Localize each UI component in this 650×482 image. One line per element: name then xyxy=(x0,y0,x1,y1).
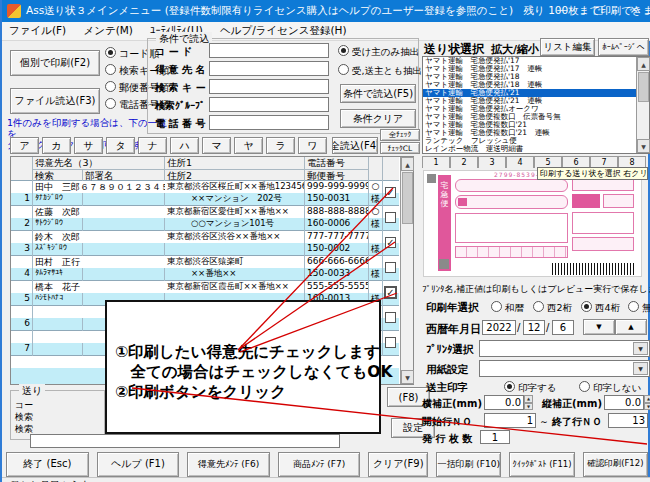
kana-button-a[interactable]: ア xyxy=(10,137,39,154)
start-row-input[interactable]: 1 xyxy=(484,413,536,428)
close-button[interactable]: × xyxy=(616,0,650,22)
product-maintenance-button[interactable]: 商品ﾒﾝﾃ (F7) xyxy=(278,452,361,477)
list-item[interactable]: ヤマト運輸 宅急便発払オークワ xyxy=(423,105,649,113)
menu-file[interactable]: ファイル(F) xyxy=(2,22,73,38)
v-offset-spinner[interactable]: ▲▼ xyxy=(644,395,650,410)
date-up-button[interactable]: ▲ xyxy=(615,319,647,335)
row-checkbox[interactable] xyxy=(385,262,396,273)
zoom-toggle-label[interactable]: 拡大/縮小 xyxy=(491,42,539,57)
clear-button[interactable]: クリア(F9) xyxy=(368,452,428,477)
date-day-input[interactable]: 6 xyxy=(552,320,574,335)
h-offset-input[interactable]: 0.0 xyxy=(484,395,524,410)
kana-button-ha[interactable]: ハ xyxy=(170,137,199,154)
search-key-input[interactable] xyxy=(209,79,329,94)
row-checkbox[interactable]: ✓ xyxy=(385,287,396,298)
list-item[interactable]: レインボー物流 運送明細書 xyxy=(423,145,649,153)
scrollbar-thumb[interactable] xyxy=(638,72,649,102)
year-wareki-radio[interactable]: 和暦 xyxy=(491,301,524,315)
kana-button-ma[interactable]: マ xyxy=(202,137,231,154)
year-4digit-radio[interactable]: 西4桁 xyxy=(581,301,620,315)
list-item[interactable]: ヤマト運輸 宅急便発払'18 xyxy=(423,73,649,81)
tab-2[interactable]: 2 xyxy=(450,156,478,168)
year-2digit-radio[interactable]: 西2桁 xyxy=(533,301,572,315)
load-all-button[interactable]: 全読込(F4) xyxy=(332,137,378,154)
condition-clear-button[interactable]: 条件クリア xyxy=(340,109,416,128)
sender-print-on-radio[interactable]: 印字する xyxy=(504,381,556,395)
customer-maintenance-button[interactable]: 得意先ﾒﾝﾃ (F6) xyxy=(187,452,270,477)
chevron-down-icon[interactable]: ▼ xyxy=(633,342,648,355)
table-row[interactable]: 2 佐藤 次郎 ｻﾄｳｼﾞﾛｳ 東京都新宿区愛住町××番地×× ○○マンション1… xyxy=(11,206,399,231)
batch-print-button[interactable]: 一括印刷 (F10) xyxy=(436,452,501,477)
phone-input[interactable] xyxy=(209,115,329,130)
kana-button-na[interactable]: ナ xyxy=(138,137,167,154)
copies-input[interactable]: 1 xyxy=(480,430,510,444)
file-load-button[interactable]: ファイル読込(F3) xyxy=(10,88,100,114)
print-individual-button[interactable]: 個別で印刷(F2) xyxy=(10,50,100,76)
list-scrollbar[interactable]: ▲ ▼ xyxy=(636,57,649,153)
table-row[interactable]: 4 田村 正行 ﾀﾑﾗﾏｻﾕｷ 東京都渋谷区猿楽町 ××番地×× 666-666… xyxy=(11,256,399,281)
scroll-down-icon[interactable]: ▼ xyxy=(401,370,414,384)
receiver-sender-radio[interactable]: 受,送主とも抽出 xyxy=(338,64,422,78)
help-button[interactable]: ヘルプ (F1) xyxy=(97,452,180,477)
kana-button-ra[interactable]: ラ xyxy=(266,137,295,154)
end-row-input[interactable]: 13 xyxy=(608,413,648,428)
table-row[interactable]: 1 田中 三郎６７８９０１２３４５６ ﾀﾅｶｼﾞﾛｳ 東京都渋谷区桜丘町××番地… xyxy=(11,181,399,206)
quick-post-button[interactable]: ｸｲｯｸﾎﾟｽﾄ (F11) xyxy=(509,452,574,477)
invoice-type-list[interactable]: ヤマト運輸 宅急便発払'17 ヤマト運輸 宅急便発払'17 連帳 ヤマト運輸 宅… xyxy=(422,56,650,154)
customer-name-input[interactable] xyxy=(209,61,329,76)
condition-load-button[interactable]: 条件で読込(F5) xyxy=(340,84,416,103)
v-offset-input[interactable]: 0.0 xyxy=(604,395,644,410)
printer-select[interactable]: ▼ xyxy=(479,340,650,357)
receiver-only-radio[interactable]: 受け主のみ抽出 xyxy=(338,45,419,59)
h-offset-spinner[interactable]: ▲▼ xyxy=(524,395,533,410)
homepage-button[interactable]: ﾎｰﾑﾍﾟｰｼﾞへ xyxy=(598,38,649,56)
row-checkbox[interactable]: ✓ xyxy=(385,187,396,198)
list-item[interactable]: ヤマト運輸 宅急便複数口 伝票番号無 xyxy=(423,113,649,121)
check-all-button[interactable]: 全ﾁｪｯｸ xyxy=(380,129,420,141)
tab-1[interactable]: 1 xyxy=(422,156,450,168)
list-edit-button[interactable]: リスト編集 xyxy=(540,38,595,56)
list-item[interactable]: ランテック フレッシュ便 xyxy=(423,137,649,145)
list-item-selected[interactable]: ヤマト運輸 宅急便発払'21 xyxy=(423,89,649,97)
sender-print-off-radio[interactable]: 印字しない xyxy=(579,381,641,395)
list-item[interactable]: ヤマト運輸 宅急便発払'17 xyxy=(423,57,649,65)
chevron-down-icon[interactable]: ▼ xyxy=(633,362,648,375)
table-row[interactable]: 3 鈴木 次郎 ｽｽﾞｷｼﾞﾛｳ 東京都渋谷区渋谷××番地×× 777-777-… xyxy=(11,231,399,256)
list-item[interactable]: ヤマト運輸 宅急便発払'18 連帳 xyxy=(423,81,649,89)
date-month-input[interactable]: 12 xyxy=(523,320,545,335)
scroll-up-icon[interactable]: ▲ xyxy=(401,157,414,171)
exit-button[interactable]: 終了 (Esc) xyxy=(6,452,89,477)
kana-button-ta[interactable]: タ xyxy=(106,137,135,154)
menu-help-license[interactable]: ヘルプ/ライセンス登録(H) xyxy=(213,22,354,38)
row-checkbox[interactable] xyxy=(385,312,396,323)
list-item[interactable]: ヤマト運輸 宅急便発払'21 連帳 xyxy=(423,97,649,105)
date-down-button[interactable]: ▼ xyxy=(583,319,615,335)
row-checkbox[interactable] xyxy=(385,212,396,223)
date-year-input[interactable]: 2022 xyxy=(482,320,516,335)
maximize-button[interactable]: □ xyxy=(580,0,616,22)
kana-button-wa[interactable]: ワ xyxy=(298,137,327,154)
bottom-text-input[interactable] xyxy=(30,434,340,448)
minimize-button[interactable]: — xyxy=(544,0,580,22)
list-item[interactable]: ヤマト運輸 宅急便複数口'21 xyxy=(423,121,649,129)
row-checkbox[interactable] xyxy=(385,337,396,348)
tab-4[interactable]: 4 xyxy=(506,156,534,168)
paper-select[interactable]: ▼ xyxy=(479,360,650,377)
code-input[interactable] xyxy=(209,43,329,58)
list-item[interactable]: ヤマト運輸 宅急便発払'17 連帳 xyxy=(423,65,649,73)
table-scrollbar[interactable]: ▲ ▼ xyxy=(400,157,413,384)
tab-3[interactable]: 3 xyxy=(478,156,506,168)
menu-maintenance[interactable]: メンテ(M) xyxy=(76,22,140,38)
search-group-input[interactable] xyxy=(209,97,329,112)
kana-button-sa[interactable]: サ xyxy=(74,137,103,154)
year-none-radio[interactable]: 無 xyxy=(628,301,650,315)
kana-button-ka[interactable]: カ xyxy=(42,137,71,154)
scroll-up-icon[interactable]: ▲ xyxy=(637,57,650,71)
confirm-print-button[interactable]: 確認印刷(F12) xyxy=(583,452,648,477)
scroll-down-icon[interactable]: ▼ xyxy=(637,139,650,153)
row-checkbox[interactable]: ✓ xyxy=(385,237,396,248)
invoice-preview-image[interactable]: 2799-8539-6475 宅急便 xyxy=(423,170,642,277)
kana-button-ya[interactable]: ヤ xyxy=(234,137,263,154)
scrollbar-thumb[interactable] xyxy=(402,172,413,224)
check-clear-button[interactable]: ﾁｪｯｸCL xyxy=(380,142,420,154)
